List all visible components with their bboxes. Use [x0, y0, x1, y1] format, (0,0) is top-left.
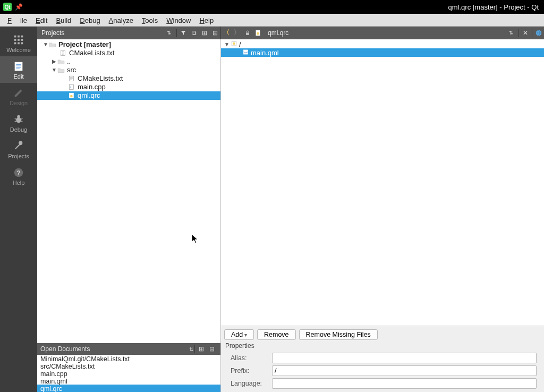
tree-file-cmakelists[interactable]: CMakeLists.txt: [37, 49, 220, 57]
menu-help[interactable]: Help: [195, 15, 218, 25]
open-doc-item[interactable]: main.qml: [37, 377, 220, 385]
alias-label: Alias:: [231, 354, 268, 362]
open-documents-title: Open Documents: [40, 345, 90, 353]
open-doc-item[interactable]: qml.qrc: [37, 385, 220, 392]
help-icon: ?: [13, 167, 24, 178]
svg-text:c⁺: c⁺: [70, 87, 73, 89]
svg-rect-5: [21, 39, 23, 41]
link-icon[interactable]: ⧉: [189, 27, 199, 39]
lock-icon[interactable]: [242, 27, 253, 39]
project-tree[interactable]: ▼ Project [master] CMakeLists.txt ▶ ..: [37, 39, 220, 343]
mode-design: Design: [0, 83, 37, 109]
mode-edit[interactable]: Edit: [0, 56, 37, 83]
svg-point-24: [257, 32, 259, 35]
nav-forward-icon: 〉: [232, 27, 242, 39]
open-documents-list[interactable]: MinimalQml.git/CMakeLists.txt src/CMakeL…: [37, 355, 220, 392]
prefix-input[interactable]: [272, 365, 537, 376]
globe-icon[interactable]: [533, 27, 544, 39]
menu-window[interactable]: Window: [162, 15, 195, 25]
tree-file-src-cmake[interactable]: CMakeLists.txt: [37, 74, 220, 83]
resource-file-main-qml[interactable]: qml main.qml: [221, 48, 544, 57]
menu-analyze[interactable]: Analyze: [105, 15, 138, 25]
svg-line-17: [21, 118, 23, 120]
svg-rect-6: [14, 42, 16, 45]
open-file-combo[interactable]: qml.qrc ⇅: [264, 27, 517, 39]
close-split-icon[interactable]: ⊟: [207, 343, 217, 355]
pin-icon[interactable]: 📌: [15, 3, 23, 11]
expand-icon[interactable]: ▼: [51, 66, 57, 74]
open-doc-item[interactable]: main.cpp: [37, 370, 220, 377]
menu-bar: File Edit Build Debug Analyze Tools Wind…: [0, 14, 544, 27]
pencil-icon: [13, 87, 24, 99]
close-document-icon[interactable]: ✕: [520, 27, 531, 39]
folder-icon: [49, 41, 56, 48]
filter-icon[interactable]: [178, 27, 189, 39]
open-doc-item[interactable]: src/CMakeLists.txt: [37, 362, 220, 370]
close-split-icon[interactable]: ⊟: [210, 27, 220, 39]
menu-edit[interactable]: Edit: [31, 15, 52, 25]
resource-tree[interactable]: ▼ / qml main.qml: [221, 39, 544, 326]
file-icon: [68, 75, 75, 82]
mode-help[interactable]: ? Help: [0, 163, 37, 189]
prefix-label: Prefix:: [231, 367, 268, 374]
mode-projects[interactable]: Projects: [0, 136, 37, 163]
menu-build[interactable]: Build: [52, 15, 75, 25]
svg-rect-9: [15, 62, 23, 71]
qt-logo-icon: Qt: [3, 3, 12, 11]
wrench-icon: [13, 140, 24, 152]
menu-file[interactable]: File: [3, 15, 31, 25]
svg-rect-22: [246, 32, 249, 35]
nav-back-icon[interactable]: 〈: [221, 27, 232, 39]
folder-icon: [57, 58, 65, 65]
expand-icon[interactable]: ▶: [51, 57, 57, 66]
open-documents-header: Open Documents ⇅ ⊞ ⊟: [37, 343, 220, 355]
file-icon: [60, 50, 67, 56]
tree-folder-dotdot[interactable]: ▶ ..: [37, 57, 220, 66]
resource-properties-panel: Add Remove Remove Missing Files Properti…: [221, 326, 544, 392]
svg-rect-0: [14, 36, 16, 38]
svg-rect-3: [14, 39, 16, 41]
svg-rect-2: [21, 36, 23, 38]
expand-icon[interactable]: ▼: [42, 40, 49, 49]
window-title: qml.qrc [master] - Project - Qt: [23, 3, 541, 11]
svg-rect-4: [18, 39, 20, 41]
mode-welcome[interactable]: Welcome: [0, 30, 37, 56]
language-input[interactable]: [272, 378, 537, 389]
resource-root[interactable]: ▼ /: [221, 40, 544, 48]
alias-input[interactable]: [272, 353, 537, 363]
remove-missing-button[interactable]: Remove Missing Files: [299, 329, 378, 340]
svg-point-15: [17, 115, 20, 118]
svg-point-37: [70, 95, 73, 98]
window-titlebar: Qt 📌 qml.qrc [master] - Project - Qt: [0, 0, 544, 14]
prefix-icon: [231, 40, 239, 48]
navigator-toolbar: Projects ⇅ ⧉ ⊞ ⊟ 〈 〉 qml.qrc ⇅: [37, 27, 544, 39]
svg-rect-7: [18, 42, 20, 45]
svg-point-39: [233, 42, 235, 45]
add-button[interactable]: Add: [224, 329, 254, 340]
grid-icon: [13, 34, 24, 46]
tree-root-project[interactable]: ▼ Project [master]: [37, 40, 220, 49]
tree-folder-src[interactable]: ▼ src: [37, 66, 220, 74]
add-split-icon[interactable]: ⊞: [196, 343, 207, 355]
menu-debug[interactable]: Debug: [75, 15, 104, 25]
svg-rect-1: [18, 36, 20, 38]
expand-icon[interactable]: ▼: [224, 41, 231, 47]
sort-icon[interactable]: ⇅: [186, 346, 193, 352]
navigator-view-combo[interactable]: Projects ⇅: [37, 27, 175, 39]
properties-heading: Properties: [225, 342, 540, 350]
tree-file-qml-qrc[interactable]: qml.qrc: [37, 91, 220, 100]
remove-button[interactable]: Remove: [257, 329, 296, 340]
svg-line-16: [15, 118, 17, 120]
folder-icon: [57, 67, 65, 73]
open-doc-item[interactable]: MinimalQml.git/CMakeLists.txt: [37, 355, 220, 362]
mode-debug[interactable]: Debug: [0, 109, 37, 136]
svg-text:?: ?: [16, 169, 20, 177]
svg-line-19: [21, 121, 23, 122]
add-split-icon[interactable]: ⊞: [199, 27, 210, 39]
mode-sidebar: Welcome Edit Design Debug Projects ? Hel…: [0, 27, 37, 392]
bug-icon: [13, 114, 24, 125]
menu-tools[interactable]: Tools: [138, 15, 162, 25]
sort-icon: ⇅: [506, 30, 513, 36]
tree-file-main-cpp[interactable]: c⁺ main.cpp: [37, 83, 220, 91]
qrc-file-icon: [68, 92, 75, 99]
